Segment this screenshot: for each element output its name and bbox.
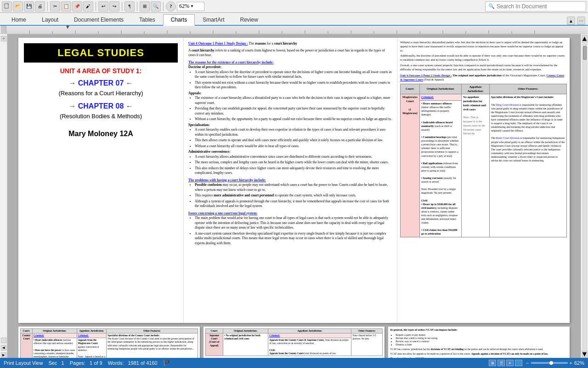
zoom-slider-thumb[interactable] — [549, 361, 553, 365]
sidebar-tool-4[interactable]: ▶ — [1, 352, 6, 358]
tab-review[interactable]: Review — [232, 14, 266, 25]
other-features-cell: Specialist divisions of the Magistrate's… — [489, 94, 566, 237]
main-area: ⊹ ◀ ▶ LEGAL STUDIES UNIT 4 AREA OF STUDY… — [0, 34, 588, 358]
view-button[interactable]: ⊞ — [140, 1, 150, 12]
scroll-thumb[interactable] — [583, 46, 587, 60]
issues-heading: Issues concerning a one court/one legal … — [188, 211, 392, 216]
tab-document-elements[interactable]: Document Elements — [66, 14, 131, 25]
sep3 — [122, 2, 122, 11]
zoom-level: 62% — [179, 3, 189, 10]
undo-button[interactable]: ↩ — [98, 1, 108, 12]
draft-icon[interactable]: ≡ — [506, 360, 514, 366]
format-brush[interactable]: 🖌 — [83, 1, 93, 12]
page-bottom-middle: Court: Original Jurisdiction: Appellate … — [204, 327, 385, 358]
col-original: Original Jurisdiction: — [419, 84, 461, 94]
page-inner: LEGAL STUDIES UNIT 4 AREA OF STUDY 1: → … — [18, 38, 570, 323]
magistrates-court-cell: Magistrates Court(1 Magistrate) — [401, 94, 420, 237]
scroll-up-button[interactable]: ▲ — [582, 35, 588, 42]
right-scrollbar: ▲ ▼ — [581, 34, 588, 358]
supreme-court-table: Court: Original Jurisdiction: Appellate … — [205, 328, 383, 356]
chapter07-desc: (Reasons for a Court Hierarchy) — [58, 89, 143, 98]
doctrine-list: A court hierarchy allows for the doctrin… — [195, 70, 392, 90]
ribbon-collapse[interactable]: ▲ — [567, 17, 575, 25]
flag-icon[interactable]: 🏴 — [163, 360, 170, 366]
zoom-minus[interactable]: − — [526, 360, 529, 366]
cut-button[interactable]: ✂ — [50, 1, 60, 12]
appellate-cell: No appellate jurisdiction for both crimi… — [461, 94, 489, 237]
doc-viewport: LEGAL STUDIES UNIT 4 AREA OF STUDY 1: → … — [7, 34, 581, 358]
sidebar-tool-1[interactable]: ⊹ — [1, 36, 6, 41]
paste-button[interactable]: 📌 — [72, 1, 82, 12]
col-appellate: Appellate Jurisdiction: — [461, 84, 489, 94]
ruler — [0, 26, 588, 34]
chapter07-link[interactable]: → CHAPTER 07 ← — [68, 79, 133, 87]
vcat-heading: In general, the types of orders VCAT can… — [390, 328, 568, 332]
unit4-outcome2: Unit 4 Outcome 1 Point 2 Study Design : … — [400, 74, 567, 82]
redo-button[interactable]: ↪ — [109, 1, 119, 12]
zoom-box[interactable]: 62% ▼ — [177, 2, 204, 11]
doctrine-heading: Doctrine of precedent: — [188, 65, 392, 70]
left-sidebar: ⊹ ◀ ▶ — [0, 34, 7, 358]
ribbon-controls: ▲ ⋯ — [567, 17, 588, 25]
zoom-percent: 62% — [574, 360, 584, 366]
issues-list: The main problem that would arise for ha… — [195, 216, 392, 246]
scroll-down-button[interactable]: ▼ — [582, 351, 588, 358]
right-intro-1: Without a court hierarchy, dissatisfied … — [400, 40, 567, 52]
words-display: Words: 1981 of 4160 — [108, 360, 158, 366]
search-box[interactable]: 🔍 — [485, 1, 586, 12]
new-button[interactable] — [2, 1, 12, 12]
admin-heading: Administrative convenience: — [188, 150, 392, 155]
court-table-full: Court: Original Jurisdiction: Appellate … — [400, 84, 567, 237]
sep2 — [96, 2, 96, 11]
zoom-dropdown-icon[interactable]: ▼ — [190, 4, 194, 8]
section-label: Sec 1 — [48, 360, 64, 366]
author: Mary Moloney 12A — [68, 130, 133, 138]
zoom-button[interactable]: 🔍 — [151, 1, 161, 12]
sep1 — [47, 2, 48, 11]
print-button[interactable]: 🖨 — [35, 1, 45, 12]
print-layout-icon[interactable]: ⊞ — [489, 360, 496, 366]
view-icons: ⊞ ☰ ≡ 🌐 — [489, 360, 522, 366]
col-court: Court: — [401, 84, 420, 94]
save-button[interactable]: 💾 — [24, 1, 34, 12]
appeals-heading: Appeals: — [188, 91, 392, 96]
svg-rect-0 — [5, 4, 8, 8]
vcat-orders-list: Require a party to pay money Declare tha… — [396, 334, 568, 347]
orig-criminal-header: Criminal: — [419, 94, 461, 101]
tab-charts[interactable]: Charts — [163, 14, 195, 26]
copy-button[interactable]: 📋 — [61, 1, 71, 12]
open-button[interactable]: 📂 — [13, 1, 23, 12]
sidebar-tool-2[interactable] — [1, 338, 6, 343]
svg-marker-24 — [66, 26, 69, 29]
spec-heading: Specialisation: — [188, 123, 392, 128]
sidebar-tool-3[interactable]: ◀ — [1, 345, 6, 351]
outcome-link[interactable]: Unit 4 Outcome 1 Point 1 Study Design : — [188, 41, 248, 46]
web-icon[interactable]: 🌐 — [515, 360, 522, 366]
right-intro-3: Overall, a one-court system cannot prope… — [400, 63, 567, 72]
search-input[interactable] — [497, 3, 583, 10]
chapter08-link[interactable]: → CHAPTER 08 ← — [68, 102, 133, 110]
tab-smartart[interactable]: SmartArt — [195, 14, 232, 25]
help-button[interactable]: ? — [166, 1, 176, 12]
zoom-plus[interactable]: + — [570, 360, 572, 366]
outline-icon[interactable]: ☰ — [498, 360, 505, 366]
page-right-col: Without a court hierarchy, dissatisfied … — [397, 38, 570, 323]
paragraph-marks[interactable]: ¶ — [124, 1, 135, 12]
vcat-binding: VCAT has a narrow jurisdiction but the d… — [390, 348, 568, 351]
court-def: A court hierarchy refers to a ranking of… — [188, 48, 392, 58]
scroll-track[interactable] — [582, 43, 587, 350]
zoom-status: − + 62% — [526, 360, 584, 366]
subtitle: UNIT 4 AREA OF STUDY 1: — [60, 67, 142, 75]
tab-home[interactable]: Home — [4, 14, 34, 25]
right-intro-2: Additionally, the doctrine of precedent … — [400, 54, 567, 62]
ribbon-options[interactable]: ⋯ — [577, 17, 585, 25]
sep4 — [137, 2, 137, 11]
chapter08-desc: (Resolution Bodies & Methods) — [60, 112, 142, 121]
zoom-slider[interactable] — [531, 362, 568, 364]
page-bottom-right: In general, the types of orders VCAT can… — [388, 327, 570, 358]
toolbar: 📂 💾 🖨 ✂ 📋 📌 🖌 ↩ ↪ ¶ ⊞ 🔍 ? 62% ▼ 🔍 — [0, 0, 588, 13]
page-bottom-left: Court: Original Jurisdiction: Appellate … — [18, 327, 200, 358]
vcat-role-heading: The role and function of VCAT: — [390, 357, 568, 358]
tab-layout[interactable]: Layout — [34, 14, 66, 25]
tab-tables[interactable]: Tables — [131, 14, 163, 25]
